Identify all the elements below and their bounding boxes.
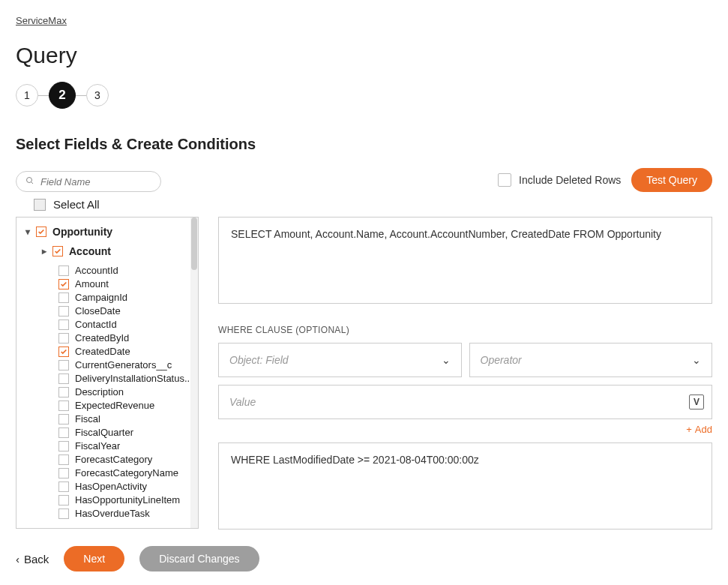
breadcrumb-servicemax[interactable]: ServiceMax xyxy=(16,15,67,26)
checkbox-icon[interactable] xyxy=(58,441,69,452)
checkbox-icon[interactable] xyxy=(58,387,69,398)
step-2[interactable]: 2 xyxy=(49,82,76,109)
tree-field-label: ForecastCategory xyxy=(75,453,152,466)
checkbox-icon[interactable] xyxy=(36,226,46,237)
chevron-right-icon: ▸ xyxy=(40,244,48,258)
where-clause-label: WHERE CLAUSE (OPTIONAL) xyxy=(218,325,712,335)
checkbox-icon[interactable] xyxy=(58,333,69,344)
step-1[interactable]: 1 xyxy=(16,84,38,106)
tree-field[interactable]: FiscalQuarter xyxy=(58,426,198,440)
sql-preview[interactable]: SELECT Amount, Account.Name, Account.Acc… xyxy=(218,217,712,304)
tree-field[interactable]: CampaignId xyxy=(58,291,198,304)
value-input[interactable]: Value V xyxy=(218,385,712,419)
search-input[interactable] xyxy=(40,176,151,188)
tree-scrollbar[interactable] xyxy=(190,218,198,528)
object-field-select[interactable]: Object: Field ⌄ xyxy=(218,343,462,377)
checkbox-icon[interactable] xyxy=(58,374,69,384)
discard-button[interactable]: Discard Changes xyxy=(139,546,259,572)
search-box[interactable] xyxy=(16,171,161,192)
tree-field-label: AccountId xyxy=(75,264,118,278)
tree-field[interactable]: HasOpportunityLineItem xyxy=(58,494,198,507)
tree-field-label: CampaignId xyxy=(75,291,127,304)
checkbox-icon[interactable] xyxy=(58,468,69,478)
tree-field-label: ContactId xyxy=(75,318,117,332)
tree-field-label: CreatedById xyxy=(75,332,129,345)
checkbox-icon[interactable] xyxy=(58,400,69,411)
tree-field-label: Amount xyxy=(75,278,109,291)
checkbox-icon[interactable] xyxy=(52,246,63,256)
checkbox-icon[interactable] xyxy=(58,454,69,465)
svg-line-1 xyxy=(31,182,34,184)
add-condition-button[interactable]: Add xyxy=(695,424,712,435)
section-title: Select Fields & Create Conditions xyxy=(16,136,712,153)
tree-node-account[interactable]: ▸ Account xyxy=(40,244,198,258)
tree-node-opportunity[interactable]: ▾ Opportunity xyxy=(24,225,198,238)
tree-field-label: CloseDate xyxy=(75,304,121,318)
tree-field-label: CreatedDate xyxy=(75,345,130,358)
test-query-button[interactable]: Test Query xyxy=(631,168,712,192)
include-deleted-label: Include Deleted Rows xyxy=(519,174,621,186)
checkbox-icon xyxy=(498,173,511,187)
select-placeholder: Object: Field xyxy=(229,354,289,366)
chevron-down-icon: ▾ xyxy=(24,225,31,238)
checkbox-icon[interactable] xyxy=(58,360,69,370)
checkbox-icon[interactable] xyxy=(58,306,69,316)
checkbox-icon[interactable] xyxy=(58,346,69,357)
tree-field-label: ExpectedRevenue xyxy=(75,399,154,412)
tree-field[interactable]: Fiscal xyxy=(58,412,198,426)
tree-field[interactable]: AccountId xyxy=(58,264,198,278)
plus-icon: + xyxy=(686,424,692,435)
tree-field[interactable]: HasOpenActivity xyxy=(58,480,198,494)
chevron-left-icon: ‹ xyxy=(16,553,19,566)
tree-field-label: Description xyxy=(75,386,124,399)
checkbox-icon[interactable] xyxy=(58,508,69,519)
tree-field[interactable]: DeliveryInstallationStatus... xyxy=(58,372,198,386)
value-placeholder: Value xyxy=(229,396,256,408)
tree-field[interactable]: ForecastCategory xyxy=(58,453,198,466)
step-3[interactable]: 3 xyxy=(86,84,109,106)
tree-field[interactable]: CreatedDate xyxy=(58,345,198,358)
tree-label: Opportunity xyxy=(52,225,112,238)
tree-field-label: FiscalYear xyxy=(75,440,120,453)
checkbox-icon[interactable] xyxy=(58,292,69,303)
tree-field[interactable]: ExpectedRevenue xyxy=(58,399,198,412)
checkbox-icon[interactable] xyxy=(58,279,69,290)
tree-field[interactable]: Description xyxy=(58,386,198,399)
where-preview[interactable]: WHERE LastModifiedDate >= 2021-08-04T00:… xyxy=(218,442,712,530)
checkbox-icon[interactable] xyxy=(58,320,69,330)
step-connector xyxy=(38,95,49,96)
back-button[interactable]: ‹ Back xyxy=(16,553,49,566)
tree-field-label: HasOpenActivity xyxy=(75,480,147,494)
tree-field[interactable]: FiscalYear xyxy=(58,440,198,453)
tree-field[interactable]: HasOverdueTask xyxy=(58,507,198,520)
checkbox-icon[interactable] xyxy=(58,495,69,506)
checkbox-icon[interactable] xyxy=(58,266,69,276)
operator-select[interactable]: Operator ⌄ xyxy=(469,343,713,377)
include-deleted-checkbox[interactable]: Include Deleted Rows xyxy=(498,173,621,187)
tree-field-label: Fiscal xyxy=(75,412,100,426)
scrollbar-thumb[interactable] xyxy=(191,218,197,270)
back-label: Back xyxy=(24,553,49,566)
tree-field[interactable]: CreatedById xyxy=(58,332,198,345)
chevron-down-icon: ⌄ xyxy=(442,354,451,366)
svg-point-0 xyxy=(27,178,32,183)
checkbox-icon[interactable] xyxy=(58,414,69,424)
tree-field[interactable]: CurrentGenerators__c xyxy=(58,358,198,372)
select-all-checkbox[interactable]: Select All xyxy=(34,198,712,211)
tree-field-label: FiscalQuarter xyxy=(75,426,133,440)
tree-label: Account xyxy=(69,244,111,258)
next-button[interactable]: Next xyxy=(64,546,124,572)
step-connector xyxy=(76,95,86,96)
checkbox-icon[interactable] xyxy=(58,482,69,492)
tree-field-label: DeliveryInstallationStatus... xyxy=(75,372,193,386)
tree-field[interactable]: Amount xyxy=(58,278,198,291)
tree-field[interactable]: CloseDate xyxy=(58,304,198,318)
checkbox-icon[interactable] xyxy=(58,428,69,438)
tree-field[interactable]: ForecastCategoryName xyxy=(58,466,198,480)
field-tree-panel: ▾ Opportunity ▸ Account AccountIdAmountC… xyxy=(16,217,199,529)
select-all-label: Select All xyxy=(53,198,100,211)
tree-field-label: ForecastCategoryName xyxy=(75,466,178,480)
variable-badge-icon[interactable]: V xyxy=(689,394,704,410)
tree-field[interactable]: ContactId xyxy=(58,318,198,332)
chevron-down-icon: ⌄ xyxy=(692,354,701,366)
